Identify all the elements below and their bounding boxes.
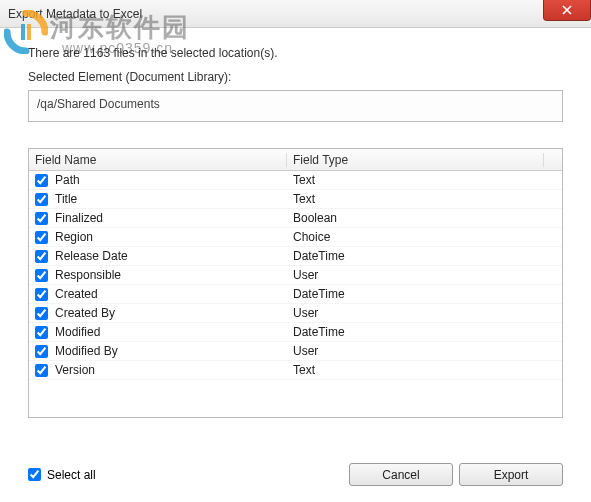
row-checkbox[interactable]	[35, 364, 48, 377]
table-row[interactable]: FinalizedBoolean	[29, 209, 562, 228]
table-header: Field Name Field Type	[29, 149, 562, 171]
row-field-type: DateTime	[287, 325, 562, 339]
table-row[interactable]: ResponsibleUser	[29, 266, 562, 285]
row-field-type: Choice	[287, 230, 562, 244]
row-checkbox[interactable]	[35, 231, 48, 244]
titlebar: Export Metadata to Excel	[0, 0, 591, 28]
close-button[interactable]	[543, 0, 591, 21]
row-field-type: DateTime	[287, 249, 562, 263]
row-checkbox-cell	[29, 288, 53, 301]
table-row[interactable]: CreatedDateTime	[29, 285, 562, 304]
row-checkbox[interactable]	[35, 174, 48, 187]
row-checkbox[interactable]	[35, 307, 48, 320]
table-body: PathTextTitleTextFinalizedBooleanRegionC…	[29, 171, 562, 380]
table-row[interactable]: PathText	[29, 171, 562, 190]
row-field-type: User	[287, 344, 562, 358]
row-field-name: Modified	[53, 325, 287, 339]
row-field-name: Created	[53, 287, 287, 301]
row-field-type: User	[287, 306, 562, 320]
row-field-name: Release Date	[53, 249, 287, 263]
row-field-name: Modified By	[53, 344, 287, 358]
table-row[interactable]: Modified ByUser	[29, 342, 562, 361]
table-row[interactable]: Created ByUser	[29, 304, 562, 323]
column-header-type[interactable]: Field Type	[287, 153, 544, 167]
row-checkbox-cell	[29, 269, 53, 282]
row-checkbox[interactable]	[35, 193, 48, 206]
row-checkbox-cell	[29, 193, 53, 206]
row-checkbox[interactable]	[35, 345, 48, 358]
row-field-type: Text	[287, 173, 562, 187]
column-header-name[interactable]: Field Name	[29, 153, 287, 167]
row-field-name: Created By	[53, 306, 287, 320]
table-row[interactable]: Release DateDateTime	[29, 247, 562, 266]
table-row[interactable]: ModifiedDateTime	[29, 323, 562, 342]
row-field-type: Text	[287, 192, 562, 206]
row-field-name: Responsible	[53, 268, 287, 282]
row-field-type: Text	[287, 363, 562, 377]
row-checkbox[interactable]	[35, 212, 48, 225]
file-count-text: There are 1163 files in the selected loc…	[28, 46, 563, 60]
row-checkbox-cell	[29, 364, 53, 377]
select-all-container[interactable]: Select all	[28, 468, 96, 482]
table-row[interactable]: TitleText	[29, 190, 562, 209]
table-row[interactable]: RegionChoice	[29, 228, 562, 247]
row-field-type: Boolean	[287, 211, 562, 225]
row-field-type: DateTime	[287, 287, 562, 301]
row-field-name: Region	[53, 230, 287, 244]
select-all-checkbox[interactable]	[28, 468, 41, 481]
footer: Select all Cancel Export	[28, 463, 563, 486]
row-field-name: Path	[53, 173, 287, 187]
row-checkbox-cell	[29, 326, 53, 339]
row-checkbox[interactable]	[35, 326, 48, 339]
fields-table: Field Name Field Type PathTextTitleTextF…	[28, 148, 563, 418]
row-checkbox-cell	[29, 231, 53, 244]
path-display: /qa/Shared Documents	[28, 90, 563, 122]
row-field-type: User	[287, 268, 562, 282]
window-title: Export Metadata to Excel	[8, 7, 142, 21]
row-field-name: Title	[53, 192, 287, 206]
cancel-button[interactable]: Cancel	[349, 463, 453, 486]
row-checkbox-cell	[29, 174, 53, 187]
row-checkbox-cell	[29, 212, 53, 225]
row-checkbox[interactable]	[35, 269, 48, 282]
button-group: Cancel Export	[349, 463, 563, 486]
export-button[interactable]: Export	[459, 463, 563, 486]
row-field-name: Version	[53, 363, 287, 377]
row-checkbox-cell	[29, 307, 53, 320]
row-field-name: Finalized	[53, 211, 287, 225]
table-row[interactable]: VersionText	[29, 361, 562, 380]
content-area: There are 1163 files in the selected loc…	[0, 28, 591, 418]
select-all-label: Select all	[47, 468, 96, 482]
row-checkbox[interactable]	[35, 288, 48, 301]
row-checkbox[interactable]	[35, 250, 48, 263]
row-checkbox-cell	[29, 345, 53, 358]
close-icon	[562, 5, 572, 15]
selected-element-label: Selected Element (Document Library):	[28, 70, 563, 84]
row-checkbox-cell	[29, 250, 53, 263]
